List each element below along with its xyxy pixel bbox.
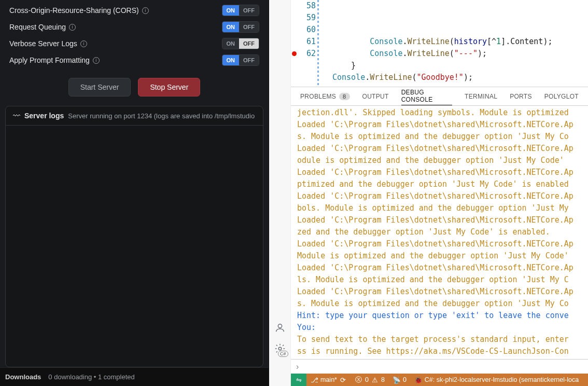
- toggle-cors[interactable]: ON OFF: [222, 5, 260, 16]
- debug-line: Loaded 'C:\Program Files\dotnet\shared\M…: [297, 167, 584, 178]
- setting-verbose: Verbose Server Logs i ON OFF: [9, 35, 259, 52]
- ports-status[interactable]: 📡 0: [389, 374, 411, 386]
- csharp-badge-icon: C#: [278, 351, 288, 357]
- info-icon[interactable]: i: [93, 57, 100, 64]
- error-icon: ⓧ: [355, 376, 362, 383]
- logs-title: Server logs: [24, 112, 64, 120]
- downloads-label: Downloads: [5, 373, 41, 381]
- tab-polyglot[interactable]: POLYGLOT: [544, 87, 579, 105]
- status-bar: ⇋ ⎇ main* ⟳ ⓧ 0 ⚠ 8 📡 0 🐞 C#: sk-phi2-lo…: [291, 374, 588, 386]
- tab-problems[interactable]: PROBLEMS 8: [300, 87, 350, 105]
- code-editor[interactable]: 5859606162 Console.WriteLine(history[^1]…: [291, 0, 588, 87]
- svg-point-1: [278, 347, 282, 350]
- debug-line: ptimized and the debugger option 'Just M…: [297, 178, 584, 190]
- tab-ports[interactable]: PORTS: [510, 87, 532, 105]
- debug-target[interactable]: 🐞 C#: sk-phi2-localserver-lmstudio (sema…: [411, 374, 583, 386]
- debug-line: Module is optimized and the debugger opt…: [297, 250, 584, 262]
- toggle-verbose[interactable]: ON OFF: [222, 38, 260, 49]
- prompt-chevron-icon: ›: [296, 362, 299, 371]
- code-area[interactable]: Console.WriteLine(history[^1].Content); …: [323, 0, 588, 87]
- code-line[interactable]: Console.WriteLine(history[^1].Content);: [332, 36, 588, 48]
- server-logs-panel: 〰 Server logs Server running on port 123…: [5, 106, 263, 367]
- debug-line: jection.dll'. Skipped loading symbols. M…: [297, 107, 584, 119]
- debug-line: Loaded 'C:\Program Files\dotnet\shared\M…: [297, 214, 584, 226]
- debug-icon: 🐞: [415, 376, 422, 383]
- debug-line: odule is optimized and the debugger opti…: [297, 155, 584, 167]
- remote-icon: ⇋: [295, 376, 302, 383]
- info-icon[interactable]: i: [69, 24, 76, 31]
- radio-tower-icon: 📡: [393, 376, 400, 383]
- start-server-button[interactable]: Start Server: [68, 78, 131, 96]
- branch-icon: ⎇: [311, 376, 318, 383]
- problems-count-badge: 8: [339, 93, 349, 100]
- debug-line: ls. Module is optimized and the debugger…: [297, 274, 584, 286]
- debug-line: zed and the debugger option 'Just My Cod…: [297, 226, 584, 238]
- debug-line: bols. Module is optimized and the debugg…: [297, 202, 584, 214]
- info-icon[interactable]: i: [80, 40, 87, 47]
- stop-server-button[interactable]: Stop Server: [138, 78, 200, 96]
- toggle-queuing[interactable]: ON OFF: [222, 21, 260, 33]
- debug-line: You:: [297, 322, 584, 334]
- tab-output[interactable]: OUTPUT: [362, 87, 389, 105]
- debug-line: Hint: type your question or type 'exit' …: [297, 310, 584, 322]
- problems-status[interactable]: ⓧ 0 ⚠ 8: [351, 374, 389, 386]
- debug-line: Loaded 'C:\Program Files\dotnet\shared\M…: [297, 119, 584, 131]
- debug-line: Loaded 'C:\Program Files\dotnet\shared\M…: [297, 190, 584, 202]
- logs-status: Server running on port 1234 (logs are sa…: [68, 112, 255, 120]
- account-icon[interactable]: [274, 322, 286, 334]
- code-line[interactable]: }: [332, 60, 588, 72]
- panel-tabs: PROBLEMS 8 OUTPUT DEBUG CONSOLE TERMINAL…: [291, 87, 588, 106]
- svg-point-0: [278, 324, 282, 328]
- warning-icon: ⚠: [371, 376, 379, 383]
- debug-console-input[interactable]: ›: [291, 359, 588, 374]
- debug-line: Loaded 'C:\Program Files\dotnet\shared\M…: [297, 286, 584, 298]
- tab-debug-console[interactable]: DEBUG CONSOLE: [401, 87, 452, 105]
- debug-line: Loaded 'C:\Program Files\dotnet\shared\M…: [297, 238, 584, 250]
- info-icon[interactable]: i: [142, 7, 149, 14]
- debug-line: Loaded 'C:\Program Files\dotnet\shared\M…: [297, 262, 584, 274]
- debug-line: To send text to the target process's sta…: [297, 334, 584, 346]
- setting-queuing: Request Queuing i ON OFF: [9, 19, 259, 35]
- activity-icon: 〰: [13, 112, 20, 120]
- code-line[interactable]: Console.WriteLine("---");: [332, 48, 588, 60]
- server-settings: Cross-Origin-Resource-Sharing (CORS) i O…: [0, 0, 269, 102]
- downloads-bar[interactable]: Downloads 0 downloading • 1 completed: [0, 367, 269, 386]
- setting-label: Cross-Origin-Resource-Sharing (CORS): [9, 6, 139, 15]
- settings-gear-icon[interactable]: C#: [274, 342, 286, 355]
- debug-line: s. Module is optimized and the debugger …: [297, 298, 584, 310]
- setting-cors: Cross-Origin-Resource-Sharing (CORS) i O…: [9, 2, 259, 19]
- debug-line: s. Module is optimized and the debugger …: [297, 131, 584, 143]
- setting-label: Apply Prompt Formatting: [9, 56, 90, 64]
- downloads-detail: 0 downloading • 1 completed: [48, 373, 134, 381]
- tab-terminal[interactable]: TERMINAL: [465, 87, 497, 105]
- setting-prompt-format: Apply Prompt Formatting i ON OFF: [9, 52, 259, 68]
- sync-icon[interactable]: ⟳: [340, 376, 347, 383]
- vscode-window: C# 5859606162 Console.WriteLine(history[…: [269, 0, 588, 386]
- lmstudio-panel: Cross-Origin-Resource-Sharing (CORS) i O…: [0, 0, 269, 386]
- setting-label: Request Queuing: [9, 23, 66, 31]
- git-branch[interactable]: ⎇ main* ⟳: [306, 374, 351, 386]
- debug-console-output[interactable]: jection.dll'. Skipped loading symbols. M…: [291, 106, 588, 359]
- setting-label: Verbose Server Logs: [9, 39, 77, 48]
- debug-line: ss is running. See https://aka.ms/VSCode…: [297, 346, 584, 357]
- debug-line: Loaded 'C:\Program Files\dotnet\shared\M…: [297, 143, 584, 155]
- code-line[interactable]: Console.WriteLine("Goodbye!");: [332, 72, 588, 84]
- toggle-prompt-format[interactable]: ON OFF: [222, 54, 260, 66]
- remote-indicator[interactable]: ⇋: [291, 374, 306, 386]
- activity-bar: C#: [269, 0, 291, 386]
